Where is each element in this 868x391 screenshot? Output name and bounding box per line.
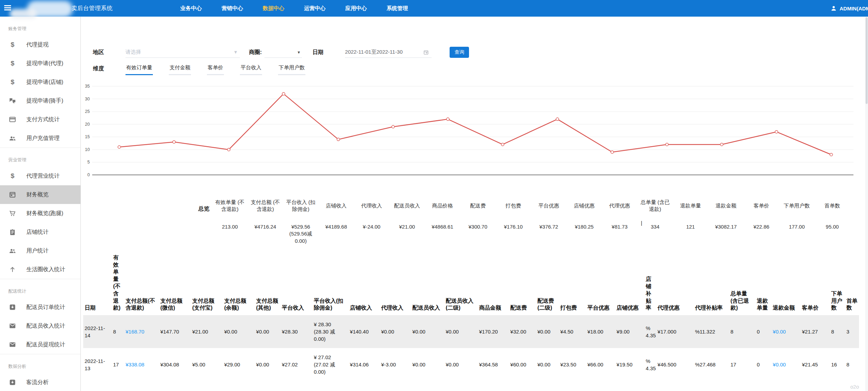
filter-bar: 地区 请选择 ▼ 商圈: ▼ 日期 2022-11-01至2022-11-30 … (93, 46, 865, 58)
overview-stat-value: 95.00 (816, 223, 848, 230)
table-cell: 17 (729, 348, 755, 381)
overview-stat-value: ¥376.72 (533, 223, 565, 230)
sidebar-item-1-0[interactable]: $代理营业统计 (0, 167, 80, 185)
table-cell: ¥28.30 (280, 315, 312, 348)
overview-stat-label: 下单用户数 (781, 193, 813, 219)
hamburger-menu-icon[interactable] (4, 5, 11, 11)
overview-stat-value: ¥529.56 (529.56减 0.00) (285, 223, 316, 245)
sidebar-item-1-1[interactable]: 财务概览 (0, 185, 80, 204)
line-chart: 05101520253035 (83, 82, 865, 180)
sidebar-item-1-3[interactable]: 店铺统计 (0, 223, 80, 241)
district-label: 商圈: (249, 49, 262, 56)
nav-item-1[interactable]: 营销中心 (222, 5, 243, 12)
sidebar-item-0-0[interactable]: $代理提现 (0, 35, 80, 54)
admin-account-button[interactable]: ADMIN(ADM (830, 0, 868, 17)
table-cell: ¥364.58 (478, 348, 509, 381)
table-row-2022-11-14: 2022-11-148¥168.70¥147.70¥21.00¥0.00¥0.0… (83, 315, 859, 348)
dimension-tab-4[interactable]: 下单用户数 (278, 64, 305, 75)
calendar-icon (423, 50, 429, 55)
sidebar-item-label: 客流分析 (26, 379, 49, 386)
sidebar-item-1-2[interactable]: 财务概览(跑腿) (0, 204, 80, 223)
scrollbar-thumb[interactable] (866, 17, 868, 104)
table-cell: ¥0.00 (255, 348, 280, 381)
col-header-25: 客单价 (801, 252, 830, 315)
dimension-tab-0[interactable]: 有效订单量 (125, 64, 153, 75)
date-range-input[interactable]: 2022-11-01至2022-11-30 (345, 47, 432, 58)
app-bar: 卖后台管理系统 业务中心营销中心数据中心运营中心应用中心系统管理 ADMIN(A… (0, 0, 868, 17)
table-cell-link[interactable]: ¥168.70 (124, 315, 159, 348)
col-header-9: 店铺收入 (348, 252, 380, 315)
svg-text:5: 5 (87, 160, 90, 165)
col-header-24: 退款金额 (771, 252, 800, 315)
svg-text:$: $ (11, 60, 15, 67)
table-cell-link[interactable]: ¥338.08 (124, 348, 159, 381)
table-cell: 0 (755, 348, 771, 381)
dimension-tab-1[interactable]: 支付金额 (169, 64, 191, 75)
col-header-16: 打包费 (559, 252, 586, 315)
sidebar-item-0-2[interactable]: $提现申请(店铺) (0, 73, 80, 91)
dimension-tab-3[interactable]: 平台收入 (240, 64, 262, 75)
region-select[interactable]: 请选择 ▼ (125, 47, 240, 58)
col-header-7: 平台收入 (280, 252, 312, 315)
col-header-19: 店铺补贴率 (644, 252, 656, 315)
table-cell: ¥170.20 (478, 315, 509, 348)
text-cursor: | (641, 220, 642, 226)
col-header-11: 配送员收入 (411, 252, 444, 315)
svg-text:0: 0 (87, 172, 90, 177)
table-cell: %11.322 (694, 315, 729, 348)
mail-icon (8, 322, 17, 330)
table-cell: ¥66.00 (586, 348, 615, 381)
app-title: 卖后台管理系统 (71, 0, 113, 17)
table-cell: ¥0.00 (411, 348, 444, 381)
col-header-0: 日期 (83, 252, 112, 315)
overview-stat-value: ¥21.00 (391, 223, 423, 230)
overview-stat-label: 商品价格 (426, 193, 458, 219)
sidebar: 账务管理$代理提现$提现申请(代理)$提现申请(店铺)提现申请(骑手)支付方式统… (0, 17, 81, 391)
sidebar-item-2-0[interactable]: 配送员订单统计 (0, 298, 80, 317)
table-cell: 2022-11-14 (83, 315, 112, 348)
region-label: 地区 (93, 49, 104, 56)
table-cell: ¥60.00 (509, 348, 536, 381)
table-cell-link[interactable]: ¥0.00 (771, 348, 800, 381)
sidebar-item-3-0[interactable]: 客流分析 (0, 373, 80, 391)
chevron-down-icon: ▼ (233, 50, 238, 55)
table-cell: % 4.35 (644, 315, 656, 348)
dimension-tab-2[interactable]: 客单价 (207, 64, 224, 75)
nav-item-0[interactable]: 业务中心 (180, 5, 202, 12)
search-button[interactable]: 查询 (450, 47, 469, 58)
district-select[interactable]: ▼ (264, 47, 302, 58)
table-cell: ¥19.50 (615, 348, 644, 381)
sidebar-item-1-5[interactable]: 生活圈收入统计 (0, 260, 80, 279)
chart-canvas: 05101520253035 (83, 82, 856, 178)
sidebar-item-1-4[interactable]: 用户统计 (0, 241, 80, 260)
table-cell: ¥4.50 (559, 315, 586, 348)
overview-stat-value: ¥-24.00 (356, 223, 388, 230)
sidebar-item-label: 代理提现 (26, 41, 49, 48)
col-header-26: 下单用户数 (830, 252, 845, 315)
nav-item-4[interactable]: 应用中心 (345, 5, 367, 12)
col-header-4: 支付总额(支付宝) (191, 252, 223, 315)
sidebar-item-2-1[interactable]: 配送员收入统计 (0, 317, 80, 335)
overview-stat-label: 总单量 (含已退款) (639, 193, 671, 219)
sidebar-item-0-4[interactable]: 支付方式统计 (0, 110, 80, 129)
sidebar-section-1: 营业管理$代理营业统计财务概览财务概览(跑腿)店铺统计用户统计生活圈收入统计 (0, 148, 80, 279)
sidebar-item-0-1[interactable]: $提现申请(代理) (0, 54, 80, 73)
table-cell: ¥0.00 (536, 315, 559, 348)
vertical-scrollbar[interactable] (865, 17, 868, 391)
table-cell-link[interactable]: ¥0.00 (771, 315, 800, 348)
table-cell: ¥0.00 (411, 315, 444, 348)
col-header-14: 配送费 (509, 252, 536, 315)
overview-stat-3: 店铺收入¥4189.68 (319, 193, 354, 245)
sidebar-item-2-2[interactable]: 配送员提现统计 (0, 335, 80, 354)
sidebar-item-0-5[interactable]: 用户充值管理 (0, 129, 80, 148)
nav-item-2[interactable]: 数据中心 (263, 5, 284, 12)
overview-stat-value: ¥180.25 (568, 223, 600, 230)
nav-item-3[interactable]: 运营中心 (304, 5, 326, 12)
nav-item-5[interactable]: 系统管理 (387, 5, 408, 12)
col-header-18: 店铺优惠 (615, 252, 644, 315)
calendar-icon (8, 190, 17, 199)
overview-stat-value: ¥300.70 (462, 223, 494, 230)
col-header-21: 代理补贴率 (694, 252, 729, 315)
sidebar-item-0-3[interactable]: 提现申请(骑手) (0, 91, 80, 110)
table-cell: 16 (830, 348, 845, 381)
